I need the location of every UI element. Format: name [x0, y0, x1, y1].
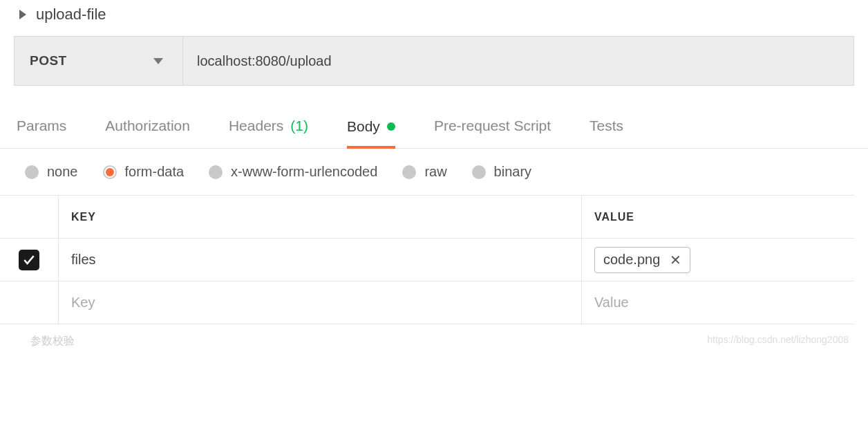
chevron-down-icon: [153, 58, 163, 64]
radio-urlencoded[interactable]: x-www-form-urlencoded: [209, 164, 377, 180]
dot-indicator-icon: [387, 122, 395, 131]
value-input[interactable]: Value: [582, 281, 854, 324]
tab-headers[interactable]: Headers (1): [229, 118, 308, 148]
radio-binary[interactable]: binary: [472, 164, 531, 180]
form-data-table: KEY VALUE files code.png ✕ Key Value: [0, 195, 854, 324]
footer: 参数校验 https://blog.csdn.net/lizhong2008: [0, 324, 868, 349]
radio-none-label: none: [47, 164, 78, 180]
radio-icon: [472, 165, 486, 179]
radio-binary-label: binary: [494, 164, 531, 180]
file-name: code.png: [603, 252, 660, 268]
tab-authorization[interactable]: Authorization: [105, 118, 190, 148]
value-header: VALUE: [582, 196, 854, 238]
value-cell[interactable]: code.png ✕: [582, 239, 854, 281]
radio-form-data[interactable]: form-data: [103, 164, 185, 180]
radio-raw[interactable]: raw: [402, 164, 446, 180]
footer-left-text: 参数校验: [30, 334, 75, 349]
table-row-empty: Key Value: [0, 281, 854, 324]
radio-icon: [25, 165, 39, 179]
headers-count: (1): [290, 118, 308, 134]
key-cell[interactable]: files: [58, 239, 582, 281]
table-header-row: KEY VALUE: [0, 196, 854, 239]
caret-right-icon[interactable]: [19, 10, 26, 19]
tab-params[interactable]: Params: [17, 118, 66, 148]
radio-raw-label: raw: [424, 164, 446, 180]
tab-body-label: Body: [347, 118, 380, 135]
radio-none[interactable]: none: [25, 164, 78, 180]
tab-headers-label: Headers: [229, 118, 283, 134]
body-type-radios: none form-data x-www-form-urlencoded raw…: [0, 149, 868, 195]
request-name[interactable]: upload-file: [36, 6, 106, 24]
radio-icon: [103, 165, 117, 179]
table-row: files code.png ✕: [0, 239, 854, 281]
tab-pre-request[interactable]: Pre-request Script: [434, 118, 551, 148]
key-value: files: [71, 252, 96, 268]
url-input[interactable]: localhost:8080/upload: [183, 37, 853, 85]
request-tabs: Params Authorization Headers (1) Body Pr…: [0, 86, 868, 149]
row-checkbox-cell[interactable]: [0, 239, 58, 281]
key-input[interactable]: Key: [58, 281, 582, 324]
url-text: localhost:8080/upload: [197, 53, 332, 69]
file-chip: code.png ✕: [594, 247, 690, 273]
radio-form-data-label: form-data: [125, 164, 185, 180]
tab-body[interactable]: Body: [347, 118, 395, 149]
key-header: KEY: [58, 196, 582, 238]
radio-icon: [209, 165, 223, 179]
watermark: https://blog.csdn.net/lizhong2008: [707, 334, 849, 349]
method-label: POST: [30, 53, 67, 68]
tab-tests[interactable]: Tests: [589, 118, 623, 148]
close-icon[interactable]: ✕: [670, 252, 681, 268]
radio-urlencoded-label: x-www-form-urlencoded: [231, 164, 377, 180]
checkbox-header-cell: [0, 196, 58, 238]
row-checkbox-cell: [0, 281, 58, 324]
radio-icon: [402, 165, 416, 179]
request-url-bar: POST localhost:8080/upload: [14, 36, 854, 86]
request-header: upload-file: [0, 0, 868, 36]
checkbox-checked-icon: [19, 250, 39, 270]
method-dropdown[interactable]: POST: [15, 37, 183, 85]
